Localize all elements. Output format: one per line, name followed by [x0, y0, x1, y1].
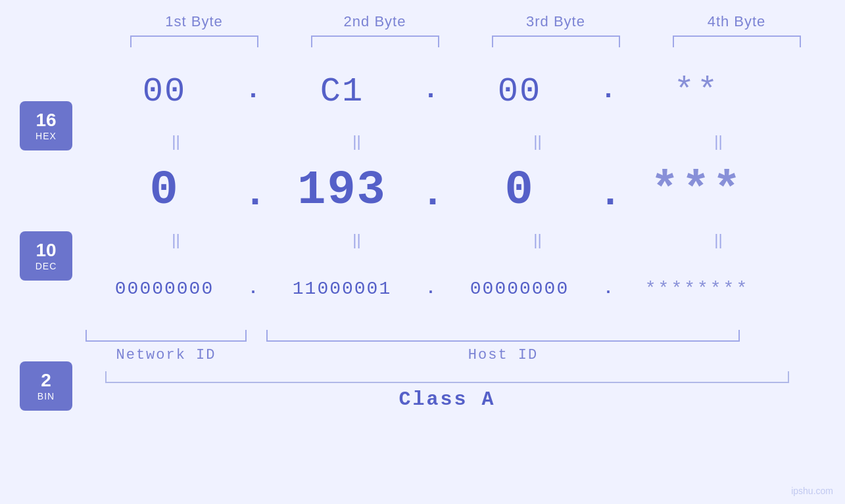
dec-number: 10	[36, 241, 56, 261]
eq2-b2: ||	[278, 231, 436, 249]
bin-byte4-value: ********	[645, 279, 749, 299]
dec-row-inner: 0 . 193 . 0 . ***	[85, 164, 809, 218]
eq2-b4: ||	[640, 231, 798, 249]
byte-headers-row: 1st Byte 2nd Byte 3rd Byte 4th Byte	[104, 13, 827, 30]
bin-dot2: .	[421, 279, 441, 298]
hex-byte2-value: C1	[320, 72, 364, 111]
hex-row-inner: 00 . C1 . 00 . **	[85, 72, 809, 111]
bottom-labels: Network ID Host ID	[85, 347, 809, 363]
hex-number: 16	[36, 110, 56, 131]
bin-byte3-cell: 00000000	[441, 279, 598, 299]
bin-byte1-cell: 00000000	[85, 279, 243, 299]
hex-byte3-cell: 00	[441, 72, 598, 111]
bin-row-inner: 00000000 . 11000001 . 00000000 . *******…	[85, 279, 809, 299]
dec-dot2: .	[421, 172, 441, 216]
bin-badge: 2 BIN	[20, 361, 72, 411]
equals-row-2: || || || ||	[85, 228, 809, 251]
bracket-bottom-network	[85, 330, 247, 342]
bin-dot3: .	[598, 279, 618, 298]
dec-byte1-value: 0	[149, 164, 179, 218]
bin-byte1-value: 00000000	[115, 279, 214, 299]
bytes-content: 00 . C1 . 00 . **	[85, 54, 845, 504]
bottom-brackets	[85, 330, 809, 342]
bin-byte2-value: 11000001	[293, 279, 391, 299]
byte2-header: 2nd Byte	[296, 13, 454, 30]
main-grid: 16 HEX 10 DEC 2 BIN 00 .	[0, 54, 845, 504]
dec-byte2-value: 193	[297, 164, 387, 218]
dec-byte4-cell: ***	[618, 164, 776, 218]
eq1-b1: ||	[97, 132, 255, 150]
class-label: Class A	[85, 388, 809, 411]
bracket-top-4	[673, 35, 801, 47]
eq2-b3: ||	[459, 231, 617, 249]
dec-dot1: .	[243, 172, 263, 216]
hex-dot1: .	[243, 76, 263, 105]
bin-dot1: .	[243, 279, 263, 298]
bottom-section: Network ID Host ID	[85, 330, 809, 363]
eq1-b4: ||	[640, 132, 798, 150]
bracket-top-1	[130, 35, 258, 47]
hex-byte4-cell: **	[618, 72, 776, 111]
bin-byte4-cell: ********	[618, 279, 776, 299]
class-section: Class A	[85, 371, 809, 411]
eq1-b2: ||	[278, 132, 436, 150]
hex-byte3-value: 00	[498, 72, 541, 111]
hex-byte4-value: **	[674, 72, 720, 111]
bin-label: BIN	[37, 391, 55, 401]
dec-byte3-cell: 0	[441, 164, 598, 218]
hex-label: HEX	[36, 131, 57, 141]
eq2-b1: ||	[97, 231, 255, 249]
watermark: ipshu.com	[791, 486, 833, 496]
host-id-label: Host ID	[266, 347, 740, 363]
bracket-bottom-host	[266, 330, 740, 342]
dec-byte2-cell: 193	[263, 164, 421, 218]
hex-byte2-cell: C1	[263, 72, 421, 111]
top-brackets	[104, 35, 827, 47]
dec-byte3-value: 0	[504, 164, 534, 218]
dec-byte4-value: ***	[650, 164, 744, 218]
bin-data-row: 00000000 . 11000001 . 00000000 . *******…	[85, 251, 809, 327]
hex-byte1-value: 00	[143, 72, 186, 111]
dec-dot3: .	[598, 172, 618, 216]
bracket-top-2	[311, 35, 439, 47]
byte4-header: 4th Byte	[658, 13, 815, 30]
hex-byte1-cell: 00	[85, 72, 243, 111]
main-container: 1st Byte 2nd Byte 3rd Byte 4th Byte 16 H…	[0, 0, 845, 504]
hex-dot2: .	[421, 76, 441, 105]
bin-byte3-value: 00000000	[470, 279, 569, 299]
equals-row-1: || || || ||	[85, 129, 809, 152]
byte1-header: 1st Byte	[115, 13, 273, 30]
class-bracket	[105, 371, 789, 383]
dec-badge: 10 DEC	[20, 231, 72, 281]
dec-data-row: 0 . 193 . 0 . ***	[85, 152, 809, 228]
bracket-top-3	[492, 35, 620, 47]
eq1-b3: ||	[459, 132, 617, 150]
dec-byte1-cell: 0	[85, 164, 243, 218]
bin-number: 2	[41, 371, 51, 391]
dec-label: DEC	[36, 261, 57, 271]
hex-data-row: 00 . C1 . 00 . **	[85, 54, 809, 129]
hex-badge: 16 HEX	[20, 101, 72, 150]
hex-dot3: .	[598, 76, 618, 105]
base-labels-column: 16 HEX 10 DEC 2 BIN	[0, 54, 85, 504]
bin-byte2-cell: 11000001	[263, 279, 421, 299]
network-id-label: Network ID	[85, 347, 247, 363]
byte3-header: 3rd Byte	[477, 13, 635, 30]
